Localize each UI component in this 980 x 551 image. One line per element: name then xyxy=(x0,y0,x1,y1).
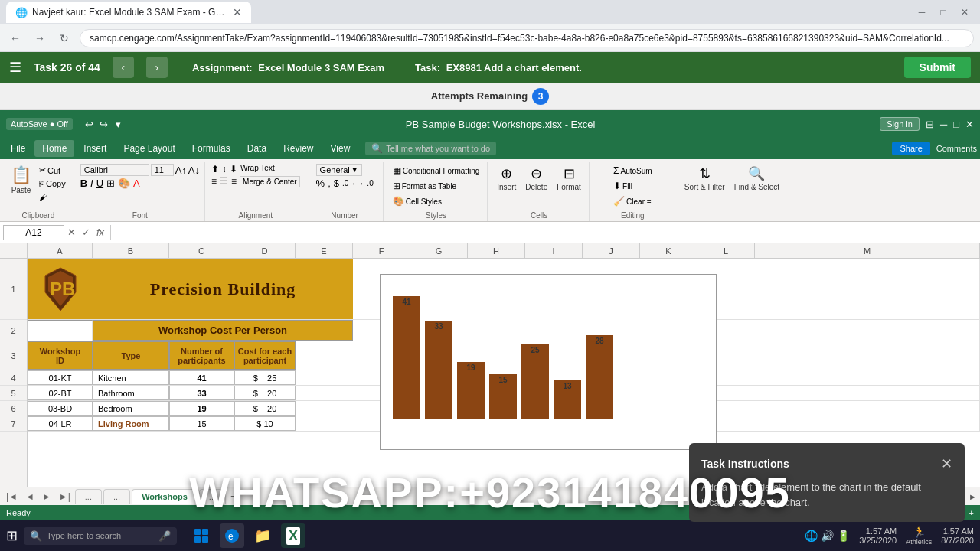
url-bar[interactable]: samcp.cengage.com/AssignmentTake/Exam?as… xyxy=(80,29,974,47)
fill-button[interactable]: ⬇ Fill xyxy=(610,179,635,193)
taskbar-excel[interactable]: X xyxy=(281,523,305,548)
confirm-formula-icon[interactable]: ✓ xyxy=(82,227,90,238)
cell-styles-button[interactable]: 🎨 Cell Styles xyxy=(390,194,445,208)
autosum-button[interactable]: Σ AutoSum xyxy=(610,164,655,178)
row-header-7[interactable]: 7 xyxy=(0,416,27,432)
font-size-selector[interactable]: 11 xyxy=(151,164,174,176)
cell-d6[interactable]: $ 20 xyxy=(234,401,296,416)
row-header-4[interactable]: 4 xyxy=(0,370,27,386)
clear-button[interactable]: 🧹 Clear = xyxy=(610,194,655,208)
cell-a2[interactable] xyxy=(28,320,93,341)
copy-button[interactable]: ⎘ Copy xyxy=(36,178,69,190)
close-button[interactable]: ✕ xyxy=(956,3,974,21)
cell-c6[interactable]: 19 xyxy=(169,401,234,416)
excel-minimize-icon[interactable]: ─ xyxy=(940,119,947,130)
percent-button[interactable]: % xyxy=(316,178,325,189)
conditional-formatting-button[interactable]: ▦ Conditional Formatting xyxy=(390,164,483,178)
font-name-selector[interactable]: Calibri xyxy=(80,164,149,176)
redo-button[interactable]: ↪ xyxy=(100,119,108,130)
task-panel-close-button[interactable]: ✕ xyxy=(941,455,952,472)
align-center-icon[interactable]: ☰ xyxy=(220,176,228,187)
menu-formulas[interactable]: Formulas xyxy=(185,140,238,157)
taskbar-task-view[interactable] xyxy=(189,523,214,548)
menu-review[interactable]: Review xyxy=(276,140,321,157)
excel-maximize-icon[interactable]: □ xyxy=(953,119,959,130)
sheet-tab-dots-2[interactable]: ... xyxy=(103,489,130,504)
cell-d5[interactable]: $ 20 xyxy=(234,386,296,400)
sheet-tab-dots-1[interactable]: ... xyxy=(75,489,102,504)
cell-c5[interactable]: 33 xyxy=(169,386,234,400)
wrap-text-button[interactable]: Wrap Text xyxy=(240,164,275,174)
decrease-decimal-button[interactable]: ←.0 xyxy=(359,179,373,187)
taskbar-edge[interactable]: e xyxy=(220,523,244,548)
align-bottom-icon[interactable]: ⬇ xyxy=(230,164,237,174)
function-icon[interactable]: fx xyxy=(96,227,104,238)
restore-down-icon[interactable]: ⊟ xyxy=(926,119,934,130)
menu-file[interactable]: File xyxy=(3,140,33,157)
excel-search-box[interactable]: 🔍 Tell me what you want to do xyxy=(365,142,496,155)
increase-font-icon[interactable]: A↑ xyxy=(175,165,187,176)
sheet-nav-right-right[interactable]: ►| xyxy=(56,490,74,504)
sam-prev-button[interactable]: ‹ xyxy=(113,57,134,78)
undo-button[interactable]: ↩ xyxy=(85,119,93,130)
formula-input[interactable] xyxy=(117,226,977,240)
chart-container[interactable]: 41 33 19 15 xyxy=(380,274,717,450)
insert-cell-button[interactable]: ⊕ Insert xyxy=(494,164,519,193)
format-as-table-button[interactable]: ⊞ Format as Table xyxy=(390,179,460,193)
cell-b7[interactable]: Living Room xyxy=(93,416,169,431)
col-header-e[interactable]: E xyxy=(296,243,353,258)
align-top-icon[interactable]: ⬆ xyxy=(211,164,219,174)
format-painter-button[interactable]: 🖌 xyxy=(36,191,69,203)
start-button[interactable]: ⊞ xyxy=(6,527,18,544)
font-color-button[interactable]: A xyxy=(133,178,140,189)
col-header-c[interactable]: C xyxy=(169,243,234,258)
microphone-icon[interactable]: 🎤 xyxy=(158,530,171,542)
taskbar-file-explorer[interactable]: 📁 xyxy=(250,523,275,548)
sheet-nav-left[interactable]: ◄ xyxy=(22,490,38,504)
col-header-more[interactable]: M xyxy=(755,243,980,258)
excel-close-icon[interactable]: ✕ xyxy=(965,119,974,130)
row-header-6[interactable]: 6 xyxy=(0,401,27,416)
align-right-icon[interactable]: ≡ xyxy=(231,176,237,187)
delete-cell-button[interactable]: ⊖ Delete xyxy=(522,164,550,193)
col-header-j[interactable]: J xyxy=(583,243,640,258)
menu-page-layout[interactable]: Page Layout xyxy=(116,140,182,157)
row-header-2[interactable]: 2 xyxy=(0,320,27,341)
bold-button[interactable]: B xyxy=(80,178,87,189)
underline-button[interactable]: U xyxy=(96,178,103,189)
dollar-button[interactable]: $ xyxy=(334,178,339,189)
cell-d7[interactable]: $ 10 xyxy=(234,416,296,431)
sam-submit-button[interactable]: Submit xyxy=(904,57,971,78)
sam-next-button[interactable]: › xyxy=(146,57,168,78)
menu-insert[interactable]: Insert xyxy=(76,140,114,157)
taskbar-search-box[interactable]: 🔍 Type here to search 🎤 xyxy=(24,527,177,545)
back-button[interactable]: ← xyxy=(6,29,24,47)
maximize-button[interactable]: □ xyxy=(934,3,952,21)
sheet-tab-dots-3[interactable]: ... xyxy=(199,489,226,504)
align-left-icon[interactable]: ≡ xyxy=(211,176,217,187)
cell-a6[interactable]: 03-BD xyxy=(28,401,93,416)
cell-a1[interactable]: PB xyxy=(28,259,93,319)
forward-button[interactable]: → xyxy=(31,29,49,47)
number-format-selector[interactable]: General ▼ xyxy=(316,164,362,176)
cell-d3[interactable]: Cost for eachparticipant xyxy=(234,341,296,370)
cell-a3[interactable]: WorkshopID xyxy=(28,341,93,370)
col-header-a[interactable]: A xyxy=(28,243,93,258)
chrome-tab-close[interactable]: ✕ xyxy=(233,6,242,18)
name-box[interactable]: A12 xyxy=(3,225,64,240)
row-header-1[interactable]: 1 xyxy=(0,259,27,320)
cut-button[interactable]: ✂ Cut xyxy=(36,164,69,177)
format-cell-button[interactable]: ⊟ Format xyxy=(554,164,584,193)
col-header-f[interactable]: F xyxy=(353,243,410,258)
row-header-3[interactable]: 3 xyxy=(0,341,27,370)
cancel-formula-icon[interactable]: ✕ xyxy=(67,227,76,238)
increase-decimal-button[interactable]: .0→ xyxy=(342,179,356,187)
col-header-d[interactable]: D xyxy=(234,243,296,258)
italic-button[interactable]: I xyxy=(90,178,93,189)
sort-filter-button[interactable]: ⇅ Sort & Filter xyxy=(681,164,728,193)
col-header-g[interactable]: G xyxy=(410,243,468,258)
merge-center-button[interactable]: Merge & Center xyxy=(240,176,300,187)
col-header-l[interactable]: L xyxy=(697,243,755,258)
sheet-nav-right[interactable]: ► xyxy=(39,490,54,504)
menu-view[interactable]: View xyxy=(323,140,358,157)
